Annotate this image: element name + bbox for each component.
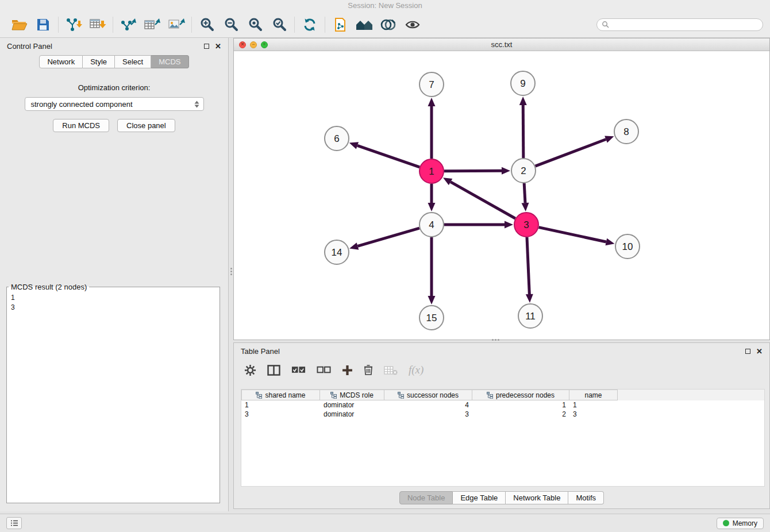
column-header-mcds-role[interactable]: MCDS role	[320, 390, 384, 400]
column-tree-icon	[487, 392, 493, 399]
gear-icon	[244, 364, 256, 376]
graph-edge[interactable]	[523, 105, 523, 158]
float-panel-icon[interactable]	[745, 349, 750, 354]
graph-edge[interactable]	[451, 182, 515, 219]
tab-network[interactable]: Network	[39, 55, 83, 68]
save-session-button[interactable]	[31, 14, 55, 36]
show-hide-button[interactable]	[401, 14, 425, 36]
optimization-criterion-select[interactable]: strongly connected component	[25, 97, 204, 111]
tab-edge-table[interactable]: Edge Table	[453, 491, 506, 504]
graphics-details-button[interactable]	[376, 14, 401, 36]
column-header-successor-nodes[interactable]: successor nodes	[384, 390, 472, 400]
zoom-fit-button[interactable]	[243, 14, 267, 36]
select-all-button[interactable]	[291, 366, 306, 374]
zoom-out-button[interactable]	[219, 14, 243, 36]
graph-node-3[interactable]: 3	[514, 213, 538, 237]
zoom-selected-button[interactable]	[267, 14, 291, 36]
graph-node-2[interactable]: 2	[511, 159, 536, 183]
graph-node-10[interactable]: 10	[615, 234, 640, 259]
zoom-in-button[interactable]	[195, 14, 219, 36]
houses-icon	[355, 18, 374, 32]
network-window-title: scc.txt	[234, 40, 769, 49]
import-table-button[interactable]	[86, 14, 110, 36]
close-panel-button[interactable]: Close panel	[117, 119, 175, 132]
network-canvas[interactable]: 7968124314101511	[234, 51, 769, 340]
graph-edge[interactable]	[536, 139, 606, 166]
tab-node-table[interactable]: Node Table	[399, 491, 453, 504]
graph-node-14[interactable]: 14	[325, 240, 349, 264]
graph-node-label: 3	[523, 219, 529, 230]
search-input[interactable]	[609, 21, 758, 29]
import-network-button[interactable]	[61, 14, 86, 36]
close-panel-icon[interactable]: ✕	[756, 348, 763, 355]
float-panel-icon[interactable]	[204, 44, 209, 49]
tab-style[interactable]: Style	[83, 55, 115, 68]
open-file-button[interactable]	[7, 14, 31, 36]
graph-node-15[interactable]: 15	[419, 306, 444, 330]
list-icon	[10, 520, 18, 526]
export-image-button[interactable]	[164, 14, 188, 36]
graph-node-label: 6	[334, 133, 339, 144]
window-zoom-button[interactable]: +	[261, 41, 268, 48]
window-minimize-button[interactable]: −	[250, 41, 257, 48]
graph-edge[interactable]	[357, 145, 419, 167]
graph-node-8[interactable]: 8	[614, 119, 638, 144]
select-stepper-icon	[194, 101, 201, 108]
tab-network-table[interactable]: Network Table	[506, 491, 568, 504]
refresh-view-button[interactable]	[298, 14, 322, 36]
mcds-result-list[interactable]: 1 3	[7, 291, 220, 314]
close-panel-icon[interactable]: ✕	[215, 43, 221, 50]
run-mcds-button[interactable]: Run MCDS	[53, 119, 109, 132]
delete-table-button-disabled	[384, 365, 398, 375]
graph-node-11[interactable]: 11	[518, 304, 542, 328]
splitter-handle-vertical[interactable]	[229, 265, 233, 277]
graph-node-9[interactable]: 9	[511, 71, 535, 95]
graph-node-1[interactable]: 1	[419, 159, 444, 183]
trash-icon	[364, 364, 373, 376]
graph-edge[interactable]	[539, 228, 606, 242]
export-table-button[interactable]	[140, 14, 164, 36]
split-column-icon	[267, 365, 280, 376]
column-header-name[interactable]: name	[569, 390, 618, 400]
window-close-button[interactable]: ✕	[239, 41, 246, 48]
graph-node-4[interactable]: 4	[419, 213, 444, 237]
graph-node-label: 2	[521, 165, 526, 176]
memory-button[interactable]: Memory	[717, 518, 764, 529]
cell-shared-name: 1	[241, 401, 320, 409]
column-label: shared name	[265, 391, 305, 399]
graph-edge[interactable]	[444, 171, 502, 171]
tab-motifs[interactable]: Motifs	[568, 491, 604, 504]
column-label: predecessor nodes	[496, 391, 555, 399]
splitter-handle-horizontal[interactable]	[490, 338, 501, 341]
graph-edge-arrowhead	[605, 136, 614, 142]
tab-select[interactable]: Select	[115, 55, 151, 68]
delete-column-button[interactable]	[364, 364, 373, 376]
cell-name: 1	[569, 401, 618, 409]
graph-edge[interactable]	[524, 183, 525, 203]
add-column-button[interactable]	[342, 365, 353, 376]
search-field[interactable]	[596, 18, 763, 31]
column-tree-icon	[330, 392, 337, 399]
split-column-button[interactable]	[267, 365, 280, 376]
table-row[interactable]: 1 dominator 4 1 1	[241, 400, 764, 410]
export-network-button[interactable]	[116, 14, 140, 36]
network-from-file-button[interactable]	[328, 14, 352, 36]
select-all-icon	[291, 366, 306, 374]
unselect-all-button[interactable]	[317, 366, 331, 374]
graph-edge-arrowhead	[428, 98, 436, 106]
graph-node-7[interactable]: 7	[419, 72, 444, 97]
table-panel-title: Table Panel	[241, 347, 280, 356]
graph-edge[interactable]	[357, 228, 419, 246]
tab-mcds[interactable]: MCDS	[151, 55, 188, 68]
table-settings-button[interactable]	[244, 364, 256, 376]
column-header-shared-name[interactable]: shared name	[241, 390, 320, 400]
column-label: MCDS role	[340, 391, 374, 399]
task-history-button[interactable]	[6, 517, 22, 529]
column-header-predecessor-nodes[interactable]: predecessor nodes	[472, 390, 569, 400]
toolbar-separator	[191, 17, 192, 33]
graph-edge[interactable]	[527, 237, 529, 294]
network-window-titlebar[interactable]: scc.txt ✕ − +	[234, 38, 769, 51]
graph-node-6[interactable]: 6	[325, 126, 349, 151]
network-overview-button[interactable]	[352, 14, 376, 36]
table-row[interactable]: 3 dominator 3 2 3	[241, 410, 764, 419]
